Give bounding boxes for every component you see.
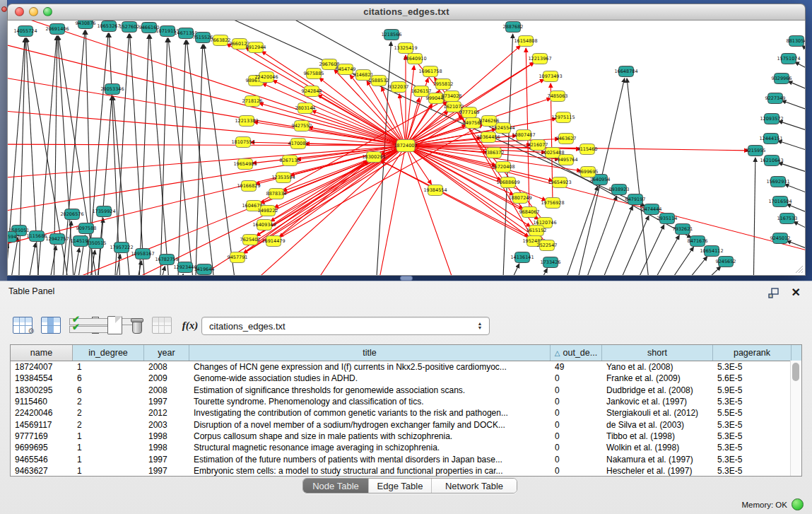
table-cell[interactable]: 2003 <box>144 420 189 430</box>
table-cell[interactable]: 2009 <box>144 373 189 383</box>
graph-node[interactable]: 16782759 <box>155 255 178 265</box>
graph-node[interactable]: 7386372 <box>484 148 505 158</box>
table-cell[interactable]: Stergiakouli et al. (2012) <box>602 408 713 418</box>
tab-node-table[interactable]: Node Table <box>303 479 368 493</box>
table-cell[interactable]: 0 <box>551 431 602 441</box>
graph-node[interactable]: 2803144 <box>295 103 316 114</box>
table-cell[interactable]: 9115460 <box>11 397 73 407</box>
table-cell[interactable]: Genome-wide association studies in ADHD. <box>189 373 551 383</box>
table-cell[interactable]: Estimation of the future numbers of pati… <box>189 455 551 465</box>
table-cell[interactable]: Dudbridge et al. (2008) <box>602 385 713 395</box>
table-cell[interactable]: 0 <box>551 385 602 395</box>
graph-node[interactable]: 9430876 <box>76 21 96 29</box>
graph-node[interactable]: 7625402 <box>240 235 261 245</box>
table-cell[interactable]: 5.3E-5 <box>713 466 792 476</box>
graph-node[interactable]: 20053346 <box>100 84 124 95</box>
table-cell[interactable]: 1 <box>73 362 144 372</box>
graph-node[interactable]: 15751074 <box>777 54 800 64</box>
tab-network-table[interactable]: Network Table <box>431 479 517 493</box>
table-row[interactable]: 1456911722003Disruption of a novel membe… <box>11 419 801 430</box>
table-cell[interactable]: 0 <box>551 373 602 383</box>
table-cell[interactable]: 1 <box>73 455 144 465</box>
graph-node[interactable]: 9227349 <box>765 93 786 104</box>
graph-node[interactable]: 14136141 <box>510 252 534 263</box>
scrollbar-thumb[interactable] <box>792 363 799 381</box>
graph-node[interactable]: 18724007 <box>394 140 417 152</box>
graph-node[interactable]: 9474444 <box>642 204 662 215</box>
table-cell[interactable]: 2 <box>73 408 144 418</box>
graph-node[interactable]: 12942757 <box>45 234 69 245</box>
graph-node[interactable]: 9329966 <box>772 74 792 84</box>
table-cell[interactable]: 2012 <box>144 408 189 418</box>
table-cell[interactable]: Nakamura et al. (1997) <box>602 455 713 465</box>
table-cell[interactable]: 6 <box>73 385 144 395</box>
table-cell[interactable]: 2008 <box>144 385 189 395</box>
table-row[interactable]: 1830029562008Estimation of significance … <box>11 385 801 396</box>
table-cell[interactable]: Embryonic stem cells: a model to study s… <box>189 466 551 476</box>
table-cell[interactable]: 9463627 <box>11 466 73 476</box>
table-cell[interactable]: 18300295 <box>11 385 73 395</box>
graph-node[interactable]: 19756928 <box>541 198 564 209</box>
graph-node[interactable]: 8215955 <box>746 146 766 156</box>
graph-canvas-svg[interactable]: 1872400714055724206914069430876106532671… <box>8 21 805 275</box>
float-window-icon[interactable] <box>768 288 779 298</box>
graph-node[interactable]: 10807487 <box>512 130 535 141</box>
table-row[interactable]: 2242004622012Investigating the contribut… <box>11 407 801 419</box>
graph-node[interactable]: 16210643 <box>760 156 783 166</box>
table-cell[interactable]: 2 <box>73 397 144 407</box>
graph-node[interactable]: 4170081 <box>288 139 309 149</box>
table-cell[interactable]: 2 <box>73 420 144 430</box>
table-cell[interactable]: 22420046 <box>11 408 73 418</box>
graph-node[interactable]: 7663822 <box>211 35 231 46</box>
graph-node[interactable]: 7932621 <box>673 224 693 235</box>
table-cell[interactable]: 6 <box>73 373 144 383</box>
table-cell[interactable]: 9465546 <box>11 455 73 465</box>
graph-node[interactable]: 1350515 <box>86 238 107 249</box>
tab-edge-table[interactable]: Edge Table <box>368 479 431 493</box>
graph-node[interactable]: 10688609 <box>496 177 519 188</box>
graph-node[interactable]: 16648784 <box>614 66 637 77</box>
table-selector-dropdown[interactable]: citations_edges.txt ▲▼ <box>201 317 490 335</box>
table-cell[interactable]: Changes of HCN gene expression and I(f) … <box>189 362 551 372</box>
table-cell[interactable]: Yano et al. (2008) <box>602 362 713 372</box>
graph-node[interactable]: 12975115 <box>551 112 575 123</box>
graph-node[interactable]: 8912944 <box>246 42 266 53</box>
window-titlebar[interactable]: citations_edges.txt <box>7 4 806 21</box>
table-row[interactable]: 946554611997Estimation of the future num… <box>11 453 801 465</box>
table-row[interactable]: 977716911998Corpus callosum shape and si… <box>11 431 801 442</box>
table-cell[interactable]: 19384554 <box>11 373 73 383</box>
attribute-batch-icon[interactable]: ⚙ <box>13 317 33 334</box>
table-row[interactable]: 1938455462009Genome-wide association stu… <box>11 373 801 384</box>
graph-node[interactable]: 8813054 <box>787 36 805 47</box>
table-cell[interactable]: 1997 <box>144 455 189 465</box>
table-cell[interactable]: 2008 <box>144 362 189 372</box>
table-cell[interactable]: 0 <box>551 408 602 418</box>
graph-node[interactable]: 12444151 <box>759 134 782 144</box>
graph-node[interactable]: 10653267 <box>97 21 120 32</box>
table-cell[interactable]: 5.5E-5 <box>713 408 792 418</box>
table-cell[interactable]: 5.3E-5 <box>713 397 792 407</box>
table-row[interactable]: 969969511998Structural magnetic resonanc… <box>11 442 801 453</box>
table-cell[interactable]: de Silva et al. (2003) <box>602 420 713 430</box>
graph-node[interactable]: 9777169 <box>459 107 480 118</box>
graph-node[interactable]: 9115460 <box>577 144 598 155</box>
table-cell[interactable]: 9777169 <box>11 431 73 441</box>
column-header-in-degree[interactable]: in_degree <box>73 345 144 361</box>
graph-node[interactable]: 9245652 <box>716 257 736 267</box>
graph-node[interactable]: 9322037 <box>389 82 409 93</box>
graph-node[interactable]: 1626157 <box>411 86 432 97</box>
column-header-year[interactable]: year <box>144 345 189 361</box>
graph-node[interactable]: 20206576 <box>60 209 83 220</box>
graph-node[interactable]: 1218566 <box>382 30 402 40</box>
table-cell[interactable]: 1 <box>73 443 144 452</box>
split-pane-handle[interactable] <box>400 276 413 281</box>
table-row[interactable]: 911546021997Tourette syndrome. Phenomeno… <box>11 396 801 407</box>
column-header-name[interactable]: name <box>11 345 73 361</box>
graph-node[interactable]: 9675885 <box>304 69 324 79</box>
graph-node[interactable]: 1115686 <box>27 231 47 242</box>
graph-node[interactable]: 16914479 <box>261 236 285 247</box>
table-cell[interactable]: 5.9E-5 <box>713 385 792 395</box>
graph-node[interactable]: 1498222 <box>258 206 278 216</box>
table-cell[interactable]: 1997 <box>144 466 189 476</box>
network-canvas[interactable]: 1872400714055724206914069430876106532671… <box>7 21 806 276</box>
